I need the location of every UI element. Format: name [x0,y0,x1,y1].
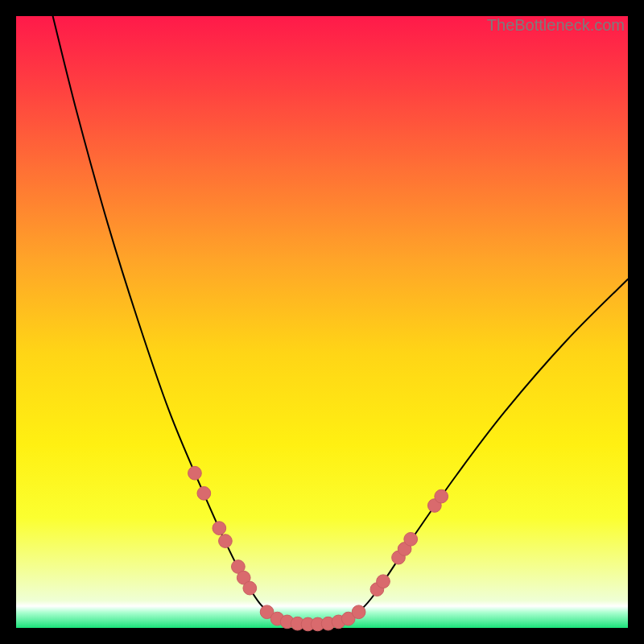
curve-markers [188,466,448,630]
curve-marker [219,535,233,548]
plot-area: TheBottleneck.com [16,16,628,628]
bottleneck-curve [53,16,628,625]
curve-marker [213,522,226,535]
watermark-label: TheBottleneck.com [487,16,625,35]
curve-marker [197,486,211,500]
curve-marker [435,489,448,503]
curve-marker [377,575,390,588]
chart-frame: TheBottleneck.com [16,16,628,628]
curve-marker [352,605,365,619]
curve-marker [243,581,257,595]
curve-marker [188,466,202,480]
chart-svg [16,16,628,628]
curve-marker [404,532,418,546]
